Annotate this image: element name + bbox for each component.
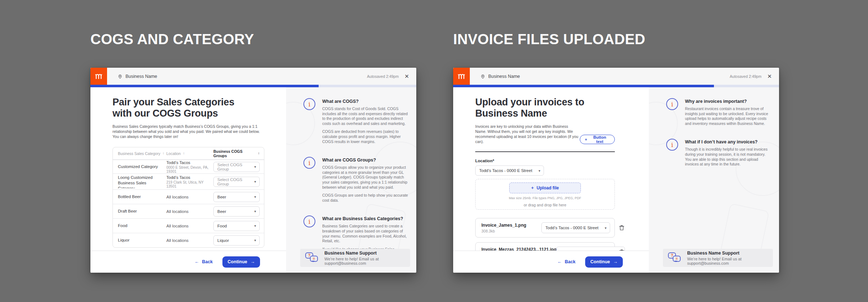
back-button[interactable]: ← Back (557, 259, 575, 264)
support-card: ? = Business Name Support We’re here to … (300, 249, 410, 267)
progress-bar (453, 85, 779, 87)
help-panel: i Why are invoices important? Restaurant… (649, 87, 779, 273)
back-button[interactable]: ← Back (195, 259, 213, 264)
intro-text: Business Sales Categories typically matc… (112, 124, 264, 139)
upload-dropzone[interactable]: + Upload file Max size 25mb. File types … (475, 179, 615, 210)
info-paragraph: Business Sales Categories are used to cr… (322, 224, 408, 243)
location-cell: All locations (166, 238, 213, 243)
sales-category-table: Business Sales Category ↑ Location ↑ Bus… (112, 147, 264, 248)
table-row: Customized Category Todd’s Tacos 0000 E … (113, 160, 264, 173)
info-icon: i (303, 215, 315, 227)
location-select[interactable]: Todd’s Tacos - 0000 E Street ▾ (475, 165, 544, 176)
cogs-group-select[interactable]: Select COGS Group ▾ (213, 162, 260, 172)
location-cell: All locations (166, 195, 213, 199)
location-pin-icon (480, 74, 485, 79)
cogs-group-select[interactable]: Select COGS Group ▾ (213, 177, 260, 187)
trash-icon[interactable] (615, 224, 629, 231)
info-section: i What are COGS Groups? COGS Groups allo… (303, 157, 408, 206)
close-icon[interactable]: ✕ (404, 74, 409, 79)
sales-category-cell: Draft Beer (118, 209, 166, 214)
info-section: i What if I don’t have any invoices? Tho… (666, 139, 771, 170)
autosaved-status: Autosaved 2:49pm (367, 74, 399, 79)
sort-asc-icon: ↑ (183, 151, 185, 155)
location-cell: All locations (166, 224, 213, 228)
info-section: i Why are invoices important? Restaurant… (666, 98, 771, 129)
info-paragraph: COGS are deducted from revenues (sales) … (322, 129, 408, 144)
location-cell: Todd’s Tacos 0000 E Street, Devon, PA, 1… (166, 160, 213, 173)
file-row: Invoice_Mezzas_21242423...1121.jpg 8.3kb… (475, 242, 629, 251)
sales-category-cell: Loong Customized Business Sales Category… (118, 175, 166, 188)
modal-footer: ← Back Continue → (453, 251, 649, 273)
column-header-location[interactable]: Location ↑ (166, 151, 213, 156)
cogs-group-select[interactable]: Beer ▾ (213, 192, 260, 202)
cogs-group-select[interactable]: Beer ▾ (213, 206, 260, 217)
support-text: We’re here to help! Email us at support@… (687, 257, 769, 265)
info-paragraph: COGS stands for Cost of Goods Sold. COGS… (322, 106, 408, 126)
cogs-group-select[interactable]: Food ▾ (213, 221, 260, 231)
chevron-down-icon: ▾ (539, 169, 540, 173)
file-name: Invoice_Mezzas_21242423...1121.jpg (481, 247, 556, 251)
progress-bar (90, 85, 416, 87)
section-title-invoices: INVOICE FILES UPLOADED (453, 31, 645, 47)
invoice-upload-modal: Business Name Autosaved 2:49pm ✕ Upload … (453, 68, 779, 273)
support-text: We’re here to help! Email us at support@… (324, 257, 407, 265)
arrow-right-icon: → (251, 259, 255, 264)
file-location-select[interactable]: Todd’s Tacos - 0000 E Street ▾ (541, 222, 610, 233)
column-header-sales-category[interactable]: Business Sales Category ↑ (118, 151, 166, 156)
close-icon[interactable]: ✕ (767, 74, 772, 79)
chevron-down-icon: ▾ (254, 180, 256, 184)
page-title: Upload your invoices to Business Name (475, 97, 649, 119)
business-name-label: Business Name (125, 74, 157, 79)
chevron-down-icon: ▾ (254, 238, 256, 242)
support-title: Business Name Support (324, 251, 407, 256)
brand-logo-icon (453, 68, 470, 85)
info-icon: i (666, 139, 678, 151)
file-name: Invoice_James_1.png (481, 223, 526, 228)
business-name-header: Business Name (480, 74, 520, 79)
arrow-left-icon: ← (195, 259, 199, 264)
info-title: What if I don’t have any invoices? (685, 139, 771, 144)
file-card: Invoice_James_1.png 308.3kb Todd’s Tacos… (475, 218, 615, 238)
modal-header: Business Name Autosaved 2:49pm ✕ (90, 68, 416, 85)
chat-bubbles-icon: ? = (668, 251, 682, 264)
location-cell: All locations (166, 209, 213, 214)
info-title: What are COGS? (322, 99, 408, 104)
location-pin-icon (118, 74, 123, 79)
continue-button[interactable]: Continue → (585, 256, 623, 268)
page-title: Pair your Sales Categories with our COGS… (112, 97, 286, 119)
info-title: Why are invoices important? (685, 99, 771, 104)
plus-icon: + (531, 185, 534, 190)
file-card: Invoice_Mezzas_21242423...1121.jpg 8.3kb… (475, 242, 615, 251)
continue-button[interactable]: Continue → (222, 256, 260, 268)
chevron-down-icon: ▾ (254, 195, 256, 199)
info-title: What are COGS Groups? (322, 158, 408, 163)
column-header-cogs-groups[interactable]: Business COGS Groups ↑ (213, 149, 260, 158)
location-cell: Todd’s Tacos 219 Clark St, Utica, NY 135… (166, 175, 213, 188)
intro-text: Invoices are key to unlocking your data … (475, 124, 580, 144)
sales-category-cell: Bottled Beer (118, 194, 166, 200)
table-row: Bottled Beer All locations Beer ▾ (113, 189, 264, 204)
drag-drop-hint: or drag and drop file here (524, 203, 566, 207)
chevron-down-icon: ▾ (254, 224, 256, 228)
table-row: Loong Customized Business Sales Category… (113, 173, 264, 189)
modal-footer: ← Back Continue → (90, 251, 286, 273)
table-row: Food All locations Food ▾ (113, 218, 264, 233)
table-header-row: Business Sales Category ↑ Location ↑ Bus… (113, 147, 264, 160)
sort-asc-icon: ↑ (258, 151, 260, 155)
info-paragraph: COGS Groups are used to help show you ac… (322, 193, 408, 203)
plus-icon: + (585, 137, 587, 142)
info-section: i What are COGS? COGS stands for Cost of… (303, 98, 408, 147)
file-row: Invoice_James_1.png 308.3kb Todd’s Tacos… (475, 218, 629, 238)
info-icon: i (303, 157, 315, 169)
table-row: Liquor All locations Liquor ▾ (113, 233, 264, 247)
brand-logo-icon (90, 68, 107, 85)
file-size: 308.3kb (481, 229, 526, 233)
autosaved-status: Autosaved 2:49pm (730, 74, 762, 79)
cogs-group-select[interactable]: Liquor ▾ (213, 235, 260, 246)
sales-category-cell: Customized Category (118, 164, 166, 169)
upload-file-button[interactable]: + Upload file (509, 183, 581, 193)
add-button[interactable]: + Button text (580, 135, 615, 144)
sales-category-cell: Liquor (118, 238, 166, 243)
cogs-category-modal: Business Name Autosaved 2:49pm ✕ Pair yo… (90, 68, 416, 273)
info-paragraph: Restaurant invoices contain a treasure t… (685, 106, 771, 126)
